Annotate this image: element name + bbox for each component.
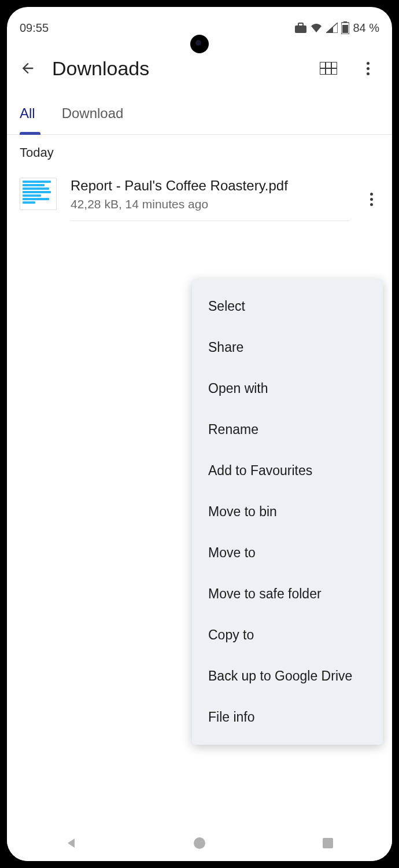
file-more-button[interactable] [363,188,379,211]
menu-file-info[interactable]: File info [192,697,383,738]
section-today: Today [7,135,392,166]
nav-home[interactable] [185,829,214,858]
square-recent-icon [322,837,334,849]
file-row[interactable]: Report - Paul's Coffee Roastery.pdf 42,2… [7,166,392,221]
file-thumbnail [20,178,57,210]
svg-rect-4 [342,25,348,33]
more-vertical-icon [370,193,373,206]
file-name: Report - Paul's Coffee Roastery.pdf [71,178,349,194]
triangle-back-icon [64,836,78,850]
screen: 09:55 84 % Downloads [7,7,392,861]
file-meta: 42,28 kB, 14 minutes ago [71,197,349,211]
circle-home-icon [193,836,206,850]
wifi-icon [310,23,323,33]
more-vertical-icon [367,62,370,75]
menu-share[interactable]: Share [192,327,383,368]
briefcase-icon [295,23,306,33]
menu-move-safe[interactable]: Move to safe folder [192,573,383,615]
camera-notch [190,35,209,53]
tab-all[interactable]: All [20,105,35,134]
menu-move-to[interactable]: Move to [192,532,383,573]
more-options-button[interactable] [356,57,379,80]
svg-point-9 [194,837,205,849]
clock: 09:55 [20,21,49,35]
status-right: 84 % [295,21,379,35]
context-menu: Select Share Open with Rename Add to Fav… [192,279,383,745]
menu-add-favourites[interactable]: Add to Favourites [192,450,383,491]
menu-move-bin[interactable]: Move to bin [192,491,383,532]
tab-download[interactable]: Download [62,105,124,134]
signal-icon [326,23,338,33]
tabs: All Download [7,90,392,135]
battery-icon [341,21,349,34]
svg-rect-1 [298,23,303,26]
nav-bar [7,825,392,861]
phone-frame: 09:55 84 % Downloads [0,0,399,868]
arrow-left-icon [20,60,36,76]
nav-recent[interactable] [313,829,342,858]
page-title: Downloads [52,57,301,80]
grid-icon [320,62,337,75]
file-info: Report - Paul's Coffee Roastery.pdf 42,2… [71,178,349,221]
phone-bezel: 09:55 84 % Downloads [5,5,394,863]
back-button[interactable] [20,60,36,76]
nav-back[interactable] [57,829,86,858]
battery-percent: 84 % [353,21,379,35]
menu-backup-drive[interactable]: Back up to Google Drive [192,656,383,697]
menu-copy-to[interactable]: Copy to [192,615,383,656]
menu-select[interactable]: Select [192,286,383,327]
svg-rect-10 [323,838,333,848]
grid-view-button[interactable] [317,57,340,80]
menu-rename[interactable]: Rename [192,409,383,450]
menu-open-with[interactable]: Open with [192,368,383,409]
